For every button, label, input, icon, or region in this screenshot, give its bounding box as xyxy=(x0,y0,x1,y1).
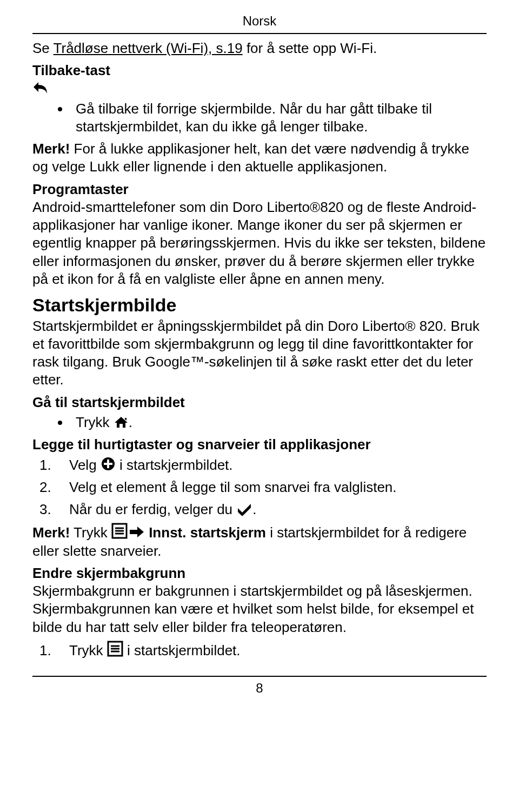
intro-paragraph: Se Trådløse nettverk (Wi-Fi), s.19 for å… xyxy=(32,39,487,57)
document-page: Norsk Se Trådløse nettverk (Wi-Fi), s.19… xyxy=(0,0,519,713)
legge-til-heading: Legge til hurtigtaster og snarveier til … xyxy=(32,436,487,454)
back-arrow-icon xyxy=(32,81,49,95)
checkmark-icon xyxy=(236,502,252,516)
merk2-paragraph: Merk! Trykk Innst. startskjerm i startsk… xyxy=(32,523,487,560)
item1-prefix: Velg xyxy=(69,457,101,473)
item1-suffix: i startskjermbildet. xyxy=(116,457,233,473)
menu-icon xyxy=(111,523,128,539)
startskjermbilde-body: Startskjermbildet er åpningsskjermbildet… xyxy=(32,317,487,389)
language-header: Norsk xyxy=(32,13,487,30)
menu-icon xyxy=(107,641,123,657)
programtaster-heading: Programtaster xyxy=(32,181,487,198)
svg-rect-2 xyxy=(104,463,112,465)
tilbake-tast-heading: Tilbake-tast xyxy=(32,62,487,79)
merk2-trykk: Trykk xyxy=(70,524,111,541)
tilbake-bullet-list: Gå tilbake til forrige skjermbilde. Når … xyxy=(32,100,487,136)
top-divider xyxy=(32,33,487,34)
bottom-divider xyxy=(32,676,487,677)
item3-prefix: Når du er ferdig, velger du xyxy=(69,501,236,517)
item3-suffix: . xyxy=(252,501,256,517)
endre-list: Trykk i startskjermbildet. xyxy=(32,641,487,660)
legge-til-item-3: Når du er ferdig, velger du . xyxy=(55,501,487,518)
merk2-label: Merk! xyxy=(32,524,70,541)
legge-til-item-1: Velg i startskjermbildet. xyxy=(55,456,487,474)
legge-til-item-2: Velg et element å legge til som snarvei … xyxy=(55,478,487,496)
plus-circle-icon xyxy=(101,456,116,471)
startskjermbilde-heading: Startskjermbilde xyxy=(32,294,487,317)
merk2-innst: Innst. startskjerm xyxy=(145,524,266,541)
arrow-right-icon xyxy=(129,525,145,539)
tilbake-note: Merk! For å lukke applikasjoner helt, ka… xyxy=(32,140,487,176)
home-icon xyxy=(114,416,129,429)
gaa-til-bullet-item: Trykk . xyxy=(70,414,487,431)
endre-body: Skjermbakgrunn er bakgrunnen i startskje… xyxy=(32,582,487,636)
endre-item1-prefix: Trykk xyxy=(69,642,107,658)
note-label: Merk! xyxy=(32,141,70,157)
intro-link[interactable]: Trådløse nettverk (Wi-Fi), s.19 xyxy=(54,40,243,56)
intro-suffix: for å sette opp Wi-Fi. xyxy=(243,40,377,56)
trykk-prefix: Trykk xyxy=(76,414,114,430)
programtaster-body: Android-smarttelefoner som din Doro Libe… xyxy=(32,198,487,288)
intro-prefix: Se xyxy=(32,40,54,56)
note-body: For å lukke applikasjoner helt, kan det … xyxy=(32,141,469,175)
legge-til-list: Velg i startskjermbildet. Velg et elemen… xyxy=(32,456,487,519)
endre-heading: Endre skjermbakgrunn xyxy=(32,564,487,582)
tilbake-bullet-item: Gå tilbake til forrige skjermbilde. Når … xyxy=(70,100,487,136)
gaa-til-heading: Gå til startskjermbildet xyxy=(32,394,487,411)
trykk-suffix: . xyxy=(129,414,132,430)
endre-item-1: Trykk i startskjermbildet. xyxy=(55,641,487,660)
endre-item1-suffix: i startskjermbildet. xyxy=(123,642,241,658)
gaa-til-bullet-list: Trykk . xyxy=(32,414,487,431)
page-number: 8 xyxy=(32,680,487,697)
